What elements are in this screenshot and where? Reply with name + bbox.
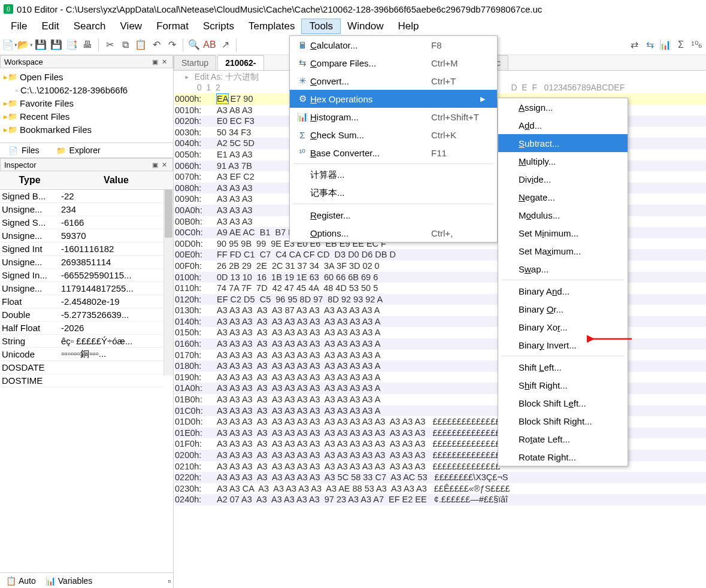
hex-row[interactable]: 0240h: A2 07 A3 A3 A3 A3 A3 A3 97 23 A3 …: [175, 494, 706, 505]
menu-item-swap[interactable]: Swap...: [498, 260, 628, 278]
tree-folder[interactable]: ▸📁Recent Files: [1, 110, 172, 123]
menu-item-rotateleft[interactable]: Rotate Left...: [498, 430, 628, 448]
menu-templates[interactable]: Templates: [241, 19, 302, 34]
menu-item-shiftright[interactable]: Shift Right...: [498, 376, 628, 394]
menu-item-comparefiles[interactable]: ⇆Compare Files...Ctrl+M: [290, 54, 497, 72]
menu-item-assign[interactable]: Assign...: [498, 98, 628, 116]
hex-bytes: A3 A3 A3 A3 A3 A3 A3 A3 A3 A3 A3 A3 A: [217, 372, 380, 383]
menu-file[interactable]: File: [4, 19, 34, 34]
menu-tools[interactable]: Tools: [302, 19, 340, 34]
compare-icon[interactable]: ⇆: [643, 38, 657, 52]
inspector-row[interactable]: Signed In...-665529590115...: [0, 269, 163, 282]
tree-folder[interactable]: ▸📁Open Files: [1, 71, 172, 84]
inspector-row[interactable]: Unicode▫▫▫▫▫▫銅▫▫▫...: [0, 348, 163, 361]
hex-ops-icon[interactable]: ⇄: [627, 38, 641, 52]
menu-window[interactable]: Window: [340, 19, 390, 34]
doc-tab[interactable]: Startup: [174, 55, 216, 70]
menu-item-rotateright[interactable]: Rotate Right...: [498, 448, 628, 466]
menu-item-hexoperations[interactable]: ⚙Hex Operations▶: [290, 90, 497, 108]
more-icon[interactable]: ▫: [168, 576, 171, 586]
inspector-row[interactable]: Signed S...-6166: [0, 216, 163, 229]
save-as-icon[interactable]: 📑: [65, 38, 79, 52]
menu-item-calculator[interactable]: 🖩Calculator...F8: [290, 36, 497, 54]
doc-tab[interactable]: 210062-: [217, 55, 263, 70]
side-tab-explorer[interactable]: 📁Explorer: [48, 144, 109, 157]
inspector-row[interactable]: DOSTIME: [0, 374, 163, 387]
menu-item-divide[interactable]: Divide...: [498, 170, 628, 188]
inspector-row[interactable]: Stringêç▫ £££££Ý÷óæ...: [0, 335, 163, 348]
cut-icon[interactable]: ✂: [102, 38, 117, 52]
hex-row[interactable]: 0220h: A3 A3 A3 A3 A3 A3 A3 A3 A3 5C 58 …: [175, 472, 706, 483]
menu-item-multiply[interactable]: Multiply...: [498, 152, 628, 170]
paste-icon[interactable]: 📋: [134, 38, 148, 52]
panel-close-icon[interactable]: ✕: [160, 58, 169, 66]
menu-item-subtract[interactable]: Subtract...: [498, 134, 628, 152]
tree-folder[interactable]: ▸📁Bookmarked Files: [1, 123, 172, 137]
menu-item-convert[interactable]: ✳Convert...Ctrl+T: [290, 72, 497, 90]
menu-item-[interactable]: 计算器...: [290, 166, 497, 184]
menu-scripts[interactable]: Scripts: [196, 19, 241, 34]
bottom-tab-variables[interactable]: 📊Variables: [42, 575, 96, 587]
hex-row[interactable]: 0230h: A3 A3 CA A3 A3 A3 A3 A3 A3 AE 88 …: [175, 483, 706, 495]
new-file-icon[interactable]: 📄▾: [2, 38, 17, 52]
checksum-icon[interactable]: Σ: [674, 38, 688, 52]
find-icon[interactable]: 🔍: [187, 38, 201, 52]
inspector-row[interactable]: Half Float-2026: [0, 322, 163, 335]
menu-item-setminimum[interactable]: Set Minimum...: [498, 224, 628, 242]
menu-item-baseconverter[interactable]: ¹⁰Base Converter...F11: [290, 144, 497, 162]
inspector-row[interactable]: Double-5.2773526639...: [0, 308, 163, 322]
menu-item-negate[interactable]: Negate...: [498, 188, 628, 206]
save-icon[interactable]: 💾: [34, 38, 48, 52]
inspector-row[interactable]: Signed B...-22: [0, 190, 163, 203]
histogram-icon[interactable]: 📊: [658, 38, 672, 52]
menu-item-label: Rotate Right...: [519, 452, 616, 462]
panel-pin-icon[interactable]: ▣: [150, 58, 160, 66]
menu-item-label: Negate...: [519, 192, 616, 202]
copy-icon[interactable]: ⧉: [118, 38, 132, 52]
panel-pin-icon[interactable]: ▣: [150, 161, 160, 169]
menu-item-binaryor[interactable]: Binary Or...: [498, 300, 628, 318]
menu-item-add[interactable]: Add...: [498, 116, 628, 134]
tree-folder[interactable]: ▸📁Favorite Files: [1, 97, 172, 110]
menu-help[interactable]: Help: [391, 19, 426, 34]
menu-item-blockshiftright[interactable]: Block Shift Right...: [498, 412, 628, 430]
open-file-icon[interactable]: 📂▾: [18, 38, 32, 52]
undo-icon[interactable]: ↶: [149, 38, 163, 52]
menu-item-register[interactable]: Register...: [290, 206, 497, 224]
menu-edit[interactable]: Edit: [34, 19, 66, 34]
inspector-scrollbar[interactable]: [163, 190, 173, 375]
inspector-row[interactable]: Float-2.454802e-19: [0, 295, 163, 308]
inspector-row[interactable]: Unsigne...2693851114: [0, 256, 163, 269]
save-all-icon[interactable]: 💾: [49, 38, 63, 52]
side-tab-files[interactable]: 📄Files: [0, 144, 48, 157]
menu-item-blockshiftleft[interactable]: Block Shift Left...: [498, 394, 628, 412]
goto-icon[interactable]: ↗: [218, 38, 232, 52]
inspector-row[interactable]: Unsigne...1179144817255...: [0, 282, 163, 295]
menu-format[interactable]: Format: [149, 19, 196, 34]
menu-item-shiftleft[interactable]: Shift Left...: [498, 358, 628, 376]
inspector-row[interactable]: Signed Int-1601116182: [0, 243, 163, 256]
inspector-row[interactable]: DOSDATE: [0, 361, 163, 374]
inspector-row[interactable]: Unsigne...234: [0, 203, 163, 216]
menu-item-label: Rotate Left...: [519, 434, 616, 444]
tree-file[interactable]: ▫C:\..\210062-128-396b66f6: [1, 84, 172, 97]
menu-item-checksum[interactable]: ΣCheck Sum...Ctrl+K: [290, 126, 497, 144]
hex-bytes: A3 A8 A3: [217, 105, 253, 116]
menu-item-binaryand[interactable]: Binary And...: [498, 282, 628, 300]
print-icon[interactable]: 🖶: [80, 38, 95, 52]
menu-item-modulus[interactable]: Modulus...: [498, 206, 628, 224]
panel-close-icon[interactable]: ✕: [160, 161, 169, 169]
menu-search[interactable]: Search: [66, 19, 113, 34]
menu-item-setmaximum[interactable]: Set Maximum...: [498, 242, 628, 260]
base-converter-icon[interactable]: ¹⁰₆: [689, 38, 704, 52]
hex-bytes: A3 A3 A3 A3 A3 A3 A3 A3 A3 A3 A3 A3 A3 A…: [217, 438, 500, 450]
menu-item-options[interactable]: Options...Ctrl+,: [290, 224, 497, 242]
bottom-tab-auto[interactable]: 📋Auto: [2, 575, 40, 587]
find-text-icon[interactable]: AB: [202, 38, 217, 52]
menu-view[interactable]: View: [113, 19, 150, 34]
menu-item-[interactable]: 记事本...: [290, 184, 497, 202]
menu-item-histogram[interactable]: 📊Histogram...Ctrl+Shift+T: [290, 108, 497, 126]
toolbar-separator: [183, 38, 183, 51]
redo-icon[interactable]: ↷: [165, 38, 179, 52]
inspector-row[interactable]: Unsigne...59370: [0, 229, 163, 243]
